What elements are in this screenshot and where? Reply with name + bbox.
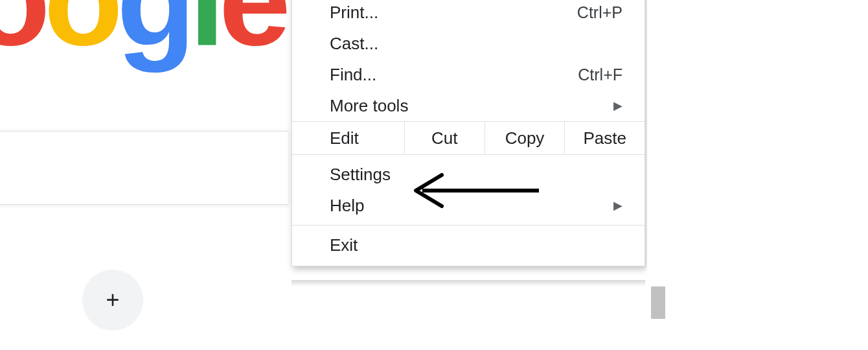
- menu-item-exit[interactable]: Exit: [292, 229, 645, 261]
- logo-letter-o1: o: [0, 0, 44, 72]
- menu-item-label: Help: [330, 196, 364, 216]
- edit-paste-button[interactable]: Paste: [565, 122, 645, 154]
- edit-copy-button[interactable]: Copy: [485, 122, 565, 154]
- logo-letter-l: l: [189, 0, 219, 72]
- right-side-panel: [678, 0, 868, 350]
- chevron-right-icon: ▶: [613, 99, 622, 113]
- logo-letter-o2: o: [44, 0, 117, 72]
- menu-item-more-tools[interactable]: More tools ▶: [292, 90, 645, 121]
- menu-edit-row: Edit Cut Copy Paste: [292, 121, 645, 155]
- google-logo-fragment: Google: [0, 0, 284, 75]
- menu-item-label: Cast...: [330, 34, 378, 54]
- chrome-overflow-menu: Print... Ctrl+P Cast... Find... Ctrl+F M…: [291, 0, 645, 266]
- menu-separator: [292, 225, 645, 226]
- plus-icon: +: [106, 286, 119, 314]
- menu-shadow: [291, 280, 645, 286]
- vertical-scrollbar[interactable]: [647, 0, 665, 350]
- menu-item-shortcut: Ctrl+F: [578, 65, 622, 84]
- menu-edit-label: Edit: [292, 122, 405, 154]
- menu-item-help[interactable]: Help ▶: [292, 190, 645, 221]
- menu-item-shortcut: Ctrl+P: [577, 3, 622, 22]
- edit-copy-label: Copy: [505, 128, 545, 148]
- menu-item-settings[interactable]: Settings: [292, 159, 645, 190]
- logo-letter-g2: g: [117, 0, 189, 72]
- menu-item-label: Settings: [330, 165, 391, 185]
- scrollbar-thumb[interactable]: [651, 286, 665, 319]
- menu-item-print[interactable]: Print... Ctrl+P: [292, 0, 645, 28]
- menu-item-label: Print...: [330, 3, 378, 23]
- search-bar[interactable]: [0, 131, 288, 205]
- menu-item-find[interactable]: Find... Ctrl+F: [292, 59, 645, 90]
- edit-cut-button[interactable]: Cut: [405, 122, 485, 154]
- menu-item-cast[interactable]: Cast...: [292, 28, 645, 59]
- menu-item-label: Find...: [330, 65, 376, 85]
- add-shortcut-button[interactable]: +: [82, 270, 143, 331]
- logo-letter-e: e: [219, 0, 284, 72]
- edit-cut-label: Cut: [431, 128, 457, 148]
- menu-item-label: Exit: [330, 235, 358, 255]
- chevron-right-icon: ▶: [613, 198, 622, 213]
- edit-label-text: Edit: [330, 128, 359, 148]
- menu-item-label: More tools: [330, 96, 408, 116]
- edit-paste-label: Paste: [583, 128, 626, 148]
